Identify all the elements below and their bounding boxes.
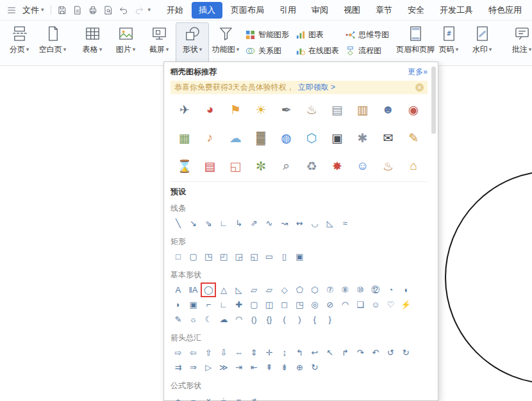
shape-decagon[interactable]: ⑩ [353, 282, 368, 297]
shape-left-right-up-arrow[interactable]: ↨ [277, 345, 292, 360]
shape-curved-left-arrow[interactable]: ↶ [368, 345, 383, 360]
light-bulb-icon[interactable]: ☀ [248, 99, 274, 120]
shape-cross[interactable]: ✚ [231, 297, 247, 312]
claim-link[interactable]: 立即领取 > [298, 82, 335, 93]
tab-page-layout[interactable]: 页面布局 [224, 2, 271, 19]
tab-special-features[interactable]: 特色应用 [481, 2, 528, 19]
shape-circular-arrow[interactable]: ↻ [307, 360, 322, 375]
tab-home[interactable]: 开始 [160, 2, 190, 19]
shape-octagon[interactable]: ⑧ [338, 282, 353, 297]
document-icon[interactable]: ▤ [324, 99, 350, 120]
redo-button[interactable] [131, 3, 147, 17]
shape-equal[interactable]: = [231, 393, 247, 401]
shape-quad-arrow[interactable]: ✛ [262, 345, 277, 360]
shape-multiply[interactable]: × [201, 393, 216, 401]
shape-down-arrow-callout[interactable]: ⇟ [277, 360, 292, 375]
shape-text-box[interactable]: A [170, 282, 186, 297]
comment-button[interactable]: 批注▾ [505, 22, 532, 63]
blank-page-button[interactable]: 空白页▾ [36, 22, 69, 63]
shape-sun[interactable]: ☼ [186, 312, 201, 327]
tab-section[interactable]: 章节 [369, 2, 399, 19]
shape-right-bracket[interactable]: ) [292, 312, 308, 327]
shape-double-arrow[interactable]: ⇘ [201, 216, 216, 231]
tab-security[interactable]: 安全 [401, 2, 431, 19]
layers-icon[interactable]: ⬡ [299, 127, 325, 148]
shape-right-arrow[interactable]: ⇨ [170, 345, 186, 360]
shape-l-shape[interactable]: ∟ [216, 297, 231, 312]
shape-round-diagonal-corner-rectangle[interactable]: ▣ [292, 249, 308, 264]
shape-hexagon[interactable]: ⬡ [307, 282, 322, 297]
header-footer-button[interactable]: 页眉和页脚 [399, 22, 432, 63]
watermark-button[interactable]: 水印▾ [465, 22, 499, 63]
mail-icon[interactable]: ✉ [376, 127, 401, 148]
shape-diamond[interactable]: ◇ [277, 282, 292, 297]
shape-bent-arrow[interactable]: ↰ [292, 345, 308, 360]
shape-isosceles-triangle[interactable]: △ [216, 282, 231, 297]
home-icon[interactable]: ⌂ [401, 156, 426, 176]
globe-icon[interactable]: ◍ [274, 127, 299, 148]
shape-oval[interactable]: ◯ [201, 282, 216, 297]
shape-bent-up-arrow[interactable]: ↱ [338, 345, 353, 360]
shape-left-bracket[interactable]: ( [277, 312, 292, 327]
shape-right-brace[interactable]: } [322, 312, 338, 327]
building-icon[interactable]: ▓ [248, 127, 274, 148]
team-icon[interactable]: ☻ [376, 99, 401, 120]
shape-left-arrow-callout[interactable]: ⇤ [246, 360, 262, 375]
main-menu-button[interactable] [4, 3, 19, 17]
hourglass-icon[interactable]: ⌛ [172, 156, 197, 176]
shape-double-bracket[interactable]: () [246, 312, 262, 327]
shape-cloud[interactable]: ☁ [216, 312, 231, 327]
shape-vertical-text-box[interactable]: ‖A [186, 282, 201, 297]
quick-access-caret-icon[interactable]: ▾ [148, 7, 151, 13]
shape-left-up-arrow[interactable]: ↖ [322, 345, 338, 360]
shapes-button[interactable]: 形状▾ [176, 22, 209, 63]
shape-pentagon-arrow[interactable]: ▷ [201, 360, 216, 375]
shape-left-right-arrow[interactable]: ⇔ [231, 345, 247, 360]
shape-curved-connector[interactable]: ∿ [262, 216, 277, 231]
shape-curved-double-arrow-connector[interactable]: ↭ [292, 216, 308, 231]
undo-button[interactable] [116, 3, 131, 17]
shape-rounded-rectangle[interactable]: ▢ [186, 249, 201, 264]
search-document-icon[interactable]: ⌕ [274, 156, 299, 176]
shape-frame[interactable]: ▣ [186, 297, 201, 312]
worker-icon[interactable]: ☺ [350, 156, 376, 176]
print-button[interactable] [85, 3, 101, 17]
panel-scrollbar[interactable] [431, 64, 436, 398]
tab-insert[interactable]: 插入 [192, 2, 222, 19]
shape-folded-corner[interactable]: ❏ [353, 297, 368, 312]
export-pdf-button[interactable] [70, 3, 85, 17]
shape-curved-right-arrow[interactable]: ↷ [353, 345, 368, 360]
shape-teardrop[interactable]: ◗ [170, 297, 186, 312]
pie-chart-icon[interactable]: ◕ [197, 99, 223, 120]
trash-icon[interactable]: ♻ [299, 156, 325, 176]
pen-icon[interactable]: ✒ [274, 99, 299, 120]
shape-up-arrow[interactable]: ⇧ [201, 345, 216, 360]
shape-elbow-connector[interactable]: ∟ [216, 216, 231, 231]
shape-right-arrow-callout[interactable]: ⇥ [231, 360, 247, 375]
camera-icon[interactable]: ◉ [401, 99, 426, 120]
memo-icon[interactable]: ✎ [401, 127, 426, 148]
shape-no-symbol[interactable]: ⊘ [322, 297, 338, 312]
flag-icon[interactable]: ⚑ [222, 99, 248, 120]
weather-icon[interactable]: ☁ [222, 127, 248, 148]
shape-curved-arrow-connector[interactable]: ↝ [277, 216, 292, 231]
contact-card-icon[interactable]: ▣ [324, 127, 350, 148]
shape-snip-single-corner-rectangle[interactable]: ◳ [201, 249, 216, 264]
mind-map-button[interactable]: 思维导图 [345, 29, 389, 40]
shape-divide[interactable]: ÷ [216, 393, 231, 401]
shape-not-equal[interactable]: ≠ [246, 393, 262, 401]
shape-heart[interactable]: ♡ [383, 297, 399, 312]
food-icon[interactable]: ♨ [376, 156, 401, 176]
shape-up-arrow-callout[interactable]: ⇞ [262, 360, 277, 375]
shape-curve[interactable]: ◡ [307, 216, 322, 231]
crab-icon[interactable]: ✸ [324, 156, 350, 176]
shape-elbow-double-arrow-connector[interactable]: ⇗ [246, 216, 262, 231]
clipboard-icon[interactable]: ▥ [350, 99, 376, 120]
shape-scribble[interactable]: ≈ [338, 216, 353, 231]
banner-close-icon[interactable]: ✕ [415, 83, 424, 92]
dessert-icon[interactable]: ♨ [299, 99, 325, 120]
shape-round-single-corner-rectangle[interactable]: ▭ [262, 249, 277, 264]
shape-block-arc[interactable]: ◠ [338, 297, 353, 312]
plane-icon[interactable]: ✈ [172, 99, 197, 120]
shape-elbow-arrow-connector[interactable]: ↳ [231, 216, 247, 231]
